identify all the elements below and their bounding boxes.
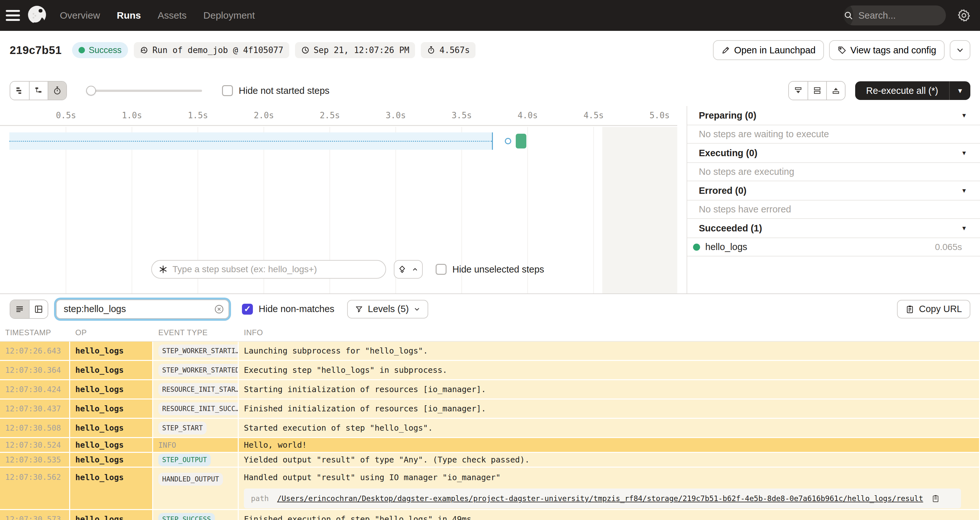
dagster-run-page: OverviewRunsAssetsDeployment / 219c7b51 [0,0,980,520]
nav-item-runs[interactable]: Runs [117,10,141,21]
step-waiting-end-line [492,132,493,150]
log-row[interactable]: 12:07:30.535hello_logsSTEP_OUTPUTYielded… [0,453,980,468]
gear-icon[interactable] [956,7,972,24]
log-filter-input[interactable] [56,300,229,319]
log-row[interactable]: 12:07:30.524hello_logsINFOHello, world! [0,438,980,453]
graph-query-toggle-button[interactable] [394,260,423,279]
reexecute-all-button[interactable]: Re-execute all (*) ▾ [855,81,970,100]
section-collapse-caret-icon[interactable]: ▾ [962,224,966,232]
nav-item-deployment[interactable]: Deployment [203,10,255,21]
search-input[interactable] [853,10,946,21]
succeeded-step-row[interactable]: hello_logs0.065s [687,238,980,257]
copy-path-icon[interactable] [931,494,940,503]
info-cell: Executing step "hello_logs" in subproces… [239,361,980,380]
axis-tick-label: 4.0s [518,111,538,120]
section-collapse-caret-icon[interactable]: ▾ [962,149,966,157]
clipboard-icon [905,305,914,314]
run-header: 219c7b51 Success Run of demo_job @ 4f105… [0,31,980,70]
section-collapse-caret-icon[interactable]: ▾ [962,111,966,120]
axis-tick-label: 4.5s [584,111,604,120]
gantt-timed-view-button[interactable] [48,82,66,100]
log-row[interactable]: 12:07:30.364hello_logsSTEP_WORKER_STARTE… [0,361,980,380]
event-type-cell: STEP_WORKER_STARTI… [153,342,239,361]
open-in-launchpad-button[interactable]: Open in Launchpad [713,40,824,60]
gantt-waterfall-view-button[interactable] [29,82,48,100]
hamburger-menu-icon[interactable] [0,0,26,31]
run-more-dropdown-button[interactable] [950,40,970,60]
step-name: hello_logs [705,242,748,252]
levels-dropdown-button[interactable]: Levels (5) [347,300,428,319]
event-type-badge: RESOURCE_INIT_SUCC… [158,403,239,415]
event-type-cell: RESOURCE_INIT_SUCC… [153,400,239,419]
clear-filter-icon[interactable] [214,304,224,315]
log-list-view-button[interactable] [10,300,29,318]
op-name: hello_logs [75,365,124,375]
op-cell: hello_logs [70,342,153,361]
op-name: hello_logs [75,515,124,520]
log-view-mode-group [10,300,48,319]
zoom-slider[interactable] [86,86,202,95]
gantt-flat-view-button[interactable] [10,82,29,100]
op-name: hello_logs [75,423,124,433]
pencil-icon [721,46,730,55]
run-tag-0: Run of demo_job @ 4f105077 [134,42,289,58]
zoom-slider-knob[interactable] [86,86,96,95]
chevron-down-icon [956,46,964,55]
log-structured-view-button[interactable] [29,300,48,318]
log-row[interactable]: 12:07:30.562hello_logsHANDLED_OUTPUTHand… [0,468,980,510]
split-panel-button[interactable] [808,82,826,100]
step-bar-hello-logs[interactable] [516,134,527,149]
timestamp-cell: 12:07:30.562 [0,468,70,510]
global-search[interactable]: / [843,5,946,25]
expand-panel-button[interactable] [826,82,845,100]
timestamp-cell: 12:07:30.508 [0,419,70,438]
op-name: hello_logs [75,404,124,413]
status-section-title: Succeeded (1) [699,223,762,234]
clock-icon [301,46,310,55]
step-subset-input[interactable] [172,264,379,274]
run-tag-label: 4.567s [439,45,470,55]
nav-item-assets[interactable]: Assets [158,10,187,21]
status-section-header[interactable]: Errored (0)▾ [687,181,980,201]
timestamp: 12:07:30.524 [5,441,61,450]
section-collapse-caret-icon[interactable]: ▾ [962,186,966,195]
log-row[interactable]: 12:07:30.573hello_logsSTEP_SUCCESSFinish… [0,510,980,520]
reexecute-dropdown-caret[interactable]: ▾ [949,81,970,100]
nav-item-overview[interactable]: Overview [60,10,100,21]
col-info: INFO [239,324,980,341]
dagster-logo-icon[interactable] [26,4,48,27]
info-cell: Launching subprocess for "hello_logs". [239,342,980,361]
status-section-header[interactable]: Executing (0)▾ [687,144,980,163]
hide-unselected-checkbox[interactable] [436,264,447,275]
log-row[interactable]: 12:07:30.437hello_logsRESOURCE_INIT_SUCC… [0,400,980,419]
run-tag-1: Sep 21, 12:07:26 PM [295,42,415,58]
info-cell: Handled output "result" using IO manager… [239,468,980,510]
info-text: Finished execution of step "hello_logs" … [244,515,476,520]
status-section-title: Preparing (0) [699,110,756,121]
timestamp: 12:07:26.643 [5,346,61,355]
step-marker-dot[interactable] [505,138,511,144]
copy-url-button[interactable]: Copy URL [897,300,970,319]
log-row[interactable]: 12:07:30.424hello_logsRESOURCE_INIT_STAR… [0,380,980,400]
axis-tick-label: 0.5s [56,111,76,120]
info-cell: Finished execution of step "hello_logs" … [239,510,980,520]
gantt-toolbar: Hide not started steps Re-execute all (*… [0,77,980,104]
collapse-panel-button[interactable] [789,82,808,100]
info-text: Launching subprocess for "hello_logs". [244,346,428,355]
status-section-header[interactable]: Succeeded (1)▾ [687,219,980,238]
op-name: hello_logs [75,385,124,394]
metadata-box: path/Users/erincochran/Desktop/dagster-e… [244,488,961,509]
step-success-dot-icon [693,244,700,250]
metadata-path-link[interactable]: /Users/erincochran/Desktop/dagster-examp… [277,494,923,503]
op-name: hello_logs [75,440,124,450]
log-row[interactable]: 12:07:30.508hello_logsSTEP_STARTStarted … [0,419,980,438]
status-section-header[interactable]: Preparing (0)▾ [687,106,980,125]
timestamp: 12:07:30.535 [5,455,61,465]
op-name: hello_logs [75,455,124,465]
hide-non-matches-checkbox[interactable]: ✓ [242,304,253,315]
zoom-slider-track [86,90,202,92]
view-tags-config-button[interactable]: View tags and config [829,40,945,60]
info-cell: Finished initialization of resources [io… [239,400,980,419]
hide-not-started-checkbox[interactable] [222,85,233,96]
log-row[interactable]: 12:07:26.643hello_logsSTEP_WORKER_STARTI… [0,342,980,361]
